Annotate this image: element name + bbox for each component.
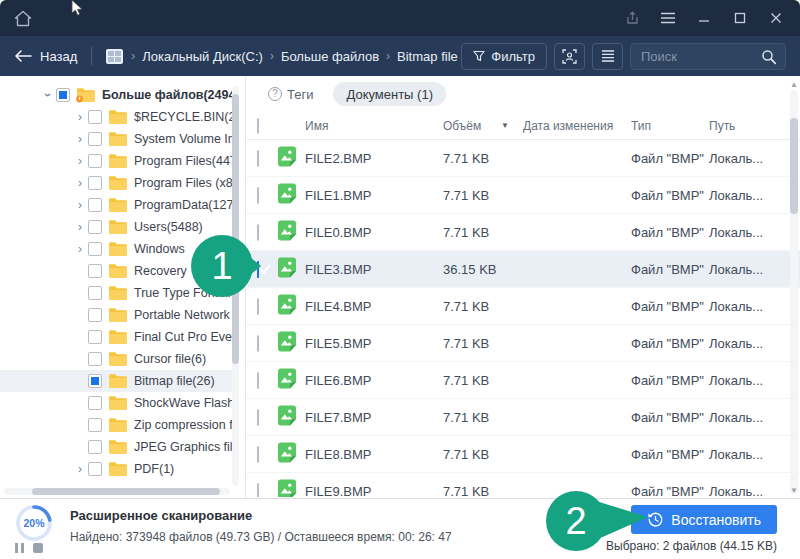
checkbox[interactable] — [88, 132, 102, 146]
restore-button[interactable]: Восстановить — [631, 505, 777, 534]
row-checkbox[interactable] — [257, 409, 259, 426]
tree-item[interactable]: Bitmap file(26) — [0, 370, 232, 392]
caret-right-icon[interactable]: › — [72, 462, 88, 476]
tree-item[interactable]: Final Cut Pro Event(1) — [0, 326, 232, 348]
tree-item[interactable]: › Users(5488) — [0, 216, 232, 238]
checkbox[interactable] — [88, 374, 102, 388]
column-header-size[interactable]: Объём ▼ — [443, 119, 519, 133]
table-row[interactable]: FILE1.BMP 7.71 KB Файл "BMP" Локаль... — [247, 177, 800, 214]
caret-down-icon[interactable]: › — [41, 87, 55, 103]
tree-item[interactable]: Cursor file(6) — [0, 348, 232, 370]
scrollbar-thumb[interactable] — [32, 488, 220, 495]
select-all-checkbox[interactable] — [257, 118, 259, 134]
caret-right-icon[interactable]: › — [72, 110, 88, 124]
tree-item[interactable]: › Windows — [0, 238, 232, 260]
view-list-button[interactable] — [592, 43, 623, 70]
checkbox[interactable] — [88, 220, 102, 234]
row-checkbox[interactable] — [257, 261, 259, 278]
tree-item[interactable]: Zip compression file(6) — [0, 414, 232, 436]
tree-item[interactable]: Portable Network Grap.. — [0, 304, 232, 326]
checkbox[interactable] — [88, 176, 102, 190]
close-icon[interactable] — [762, 5, 790, 31]
share-icon[interactable] — [618, 5, 646, 31]
scroll-down-icon[interactable]: ▼ — [790, 486, 798, 495]
row-checkbox[interactable] — [257, 483, 259, 498]
table-row[interactable]: FILE8.BMP 7.71 KB Файл "BMP" Локаль... — [247, 436, 800, 473]
pause-scan-icon[interactable] — [15, 543, 24, 553]
table-row[interactable]: FILE5.BMP 7.71 KB Файл "BMP" Локаль... — [247, 325, 800, 362]
table-row[interactable]: FILE0.BMP 7.71 KB Файл "BMP" Локаль... — [247, 214, 800, 251]
tree-item[interactable]: ShockWave Flash file(1) — [0, 392, 232, 414]
breadcrumb-subfolder[interactable]: Bitmap file — [397, 49, 458, 64]
table-row[interactable]: FILE6.BMP 7.71 KB Файл "BMP" Локаль... — [247, 362, 800, 399]
checkbox[interactable] — [88, 440, 102, 454]
checkbox-partial[interactable] — [56, 88, 70, 102]
row-checkbox[interactable] — [257, 187, 259, 204]
tree-item[interactable]: JPEG Graphics file(3) — [0, 436, 232, 458]
tree-item[interactable]: › Program Files(44742) — [0, 150, 232, 172]
checkbox[interactable] — [88, 396, 102, 410]
tree-item[interactable]: › PDF(1) — [0, 458, 232, 480]
menu-icon[interactable] — [654, 5, 682, 31]
stop-scan-icon[interactable] — [33, 543, 43, 553]
checkbox[interactable] — [88, 286, 102, 300]
table-row[interactable]: FILE7.BMP 7.71 KB Файл "BMP" Локаль... — [247, 399, 800, 436]
caret-right-icon[interactable]: › — [72, 176, 88, 190]
checkbox[interactable] — [88, 154, 102, 168]
scrollbar-thumb[interactable] — [790, 118, 798, 214]
mouse-cursor — [70, 0, 84, 18]
sidebar-vertical-scrollbar[interactable] — [232, 86, 239, 486]
minimize-icon[interactable] — [690, 5, 718, 31]
sort-down-icon[interactable]: ▼ — [501, 121, 509, 130]
tree-item[interactable]: › Program Files (x86)(3095 — [0, 172, 232, 194]
checkbox[interactable] — [88, 418, 102, 432]
checkbox[interactable] — [88, 330, 102, 344]
scrollbar-thumb[interactable] — [232, 94, 239, 364]
breadcrumb-folder[interactable]: Больше файлов — [281, 49, 379, 64]
tree-item[interactable]: True Type Font file(36) — [0, 282, 232, 304]
row-checkbox[interactable] — [257, 372, 259, 389]
caret-right-icon[interactable]: › — [72, 220, 88, 234]
column-header-name[interactable]: Имя — [305, 119, 443, 133]
tree-item[interactable]: Recovery — [0, 260, 232, 282]
column-header-date[interactable]: Дата изменения — [519, 119, 631, 133]
row-checkbox[interactable] — [257, 150, 259, 167]
breadcrumb-drive[interactable]: Локальный Диск(C:) — [142, 49, 263, 64]
column-header-type[interactable]: Тип — [631, 119, 709, 133]
checkbox[interactable] — [88, 308, 102, 322]
tab-documents[interactable]: Документы (1) — [333, 82, 446, 106]
row-checkbox[interactable] — [257, 335, 259, 352]
tree-item-root[interactable]: › Больше файлов(249483) — [0, 84, 232, 106]
back-button[interactable]: Назад — [14, 49, 77, 64]
checkbox[interactable] — [88, 242, 102, 256]
sidebar-horizontal-scrollbar[interactable] — [4, 488, 230, 495]
checkbox[interactable] — [88, 462, 102, 476]
row-checkbox[interactable] — [257, 224, 259, 241]
filter-button[interactable]: Фильтр — [461, 43, 547, 70]
table-row[interactable]: FILE2.BMP 7.71 KB Файл "BMP" Локаль... — [247, 140, 800, 177]
scroll-up-icon[interactable]: ▲ — [790, 80, 798, 89]
checkbox[interactable] — [88, 110, 102, 124]
table-row[interactable]: FILE9.BMP 7.71 KB Файл "BMP" Локаль... — [247, 473, 800, 497]
row-checkbox[interactable] — [257, 446, 259, 463]
tab-tags[interactable]: ? Теги — [258, 82, 323, 106]
tree-item[interactable]: › ProgramData(12703) — [0, 194, 232, 216]
checkbox[interactable] — [88, 352, 102, 366]
checkbox[interactable] — [88, 198, 102, 212]
caret-right-icon[interactable]: › — [72, 242, 88, 256]
search-icon[interactable] — [761, 49, 777, 65]
home-icon[interactable] — [12, 8, 34, 28]
row-checkbox[interactable] — [257, 298, 259, 315]
preview-button[interactable] — [554, 43, 585, 70]
table-vertical-scrollbar[interactable] — [790, 90, 798, 494]
checkbox[interactable] — [88, 264, 102, 278]
column-header-path[interactable]: Путь — [709, 119, 800, 133]
tree-item[interactable]: › $RECYCLE.BIN(2737) — [0, 106, 232, 128]
tree-item[interactable]: › System Volume Informa. — [0, 128, 232, 150]
caret-right-icon[interactable]: › — [72, 132, 88, 146]
caret-right-icon[interactable]: › — [72, 198, 88, 212]
caret-right-icon[interactable]: › — [72, 154, 88, 168]
table-row[interactable]: FILE4.BMP 7.71 KB Файл "BMP" Локаль... — [247, 288, 800, 325]
maximize-icon[interactable] — [726, 5, 754, 31]
table-row[interactable]: FILE3.BMP 36.15 KB Файл "BMP" Локаль... — [247, 251, 800, 288]
